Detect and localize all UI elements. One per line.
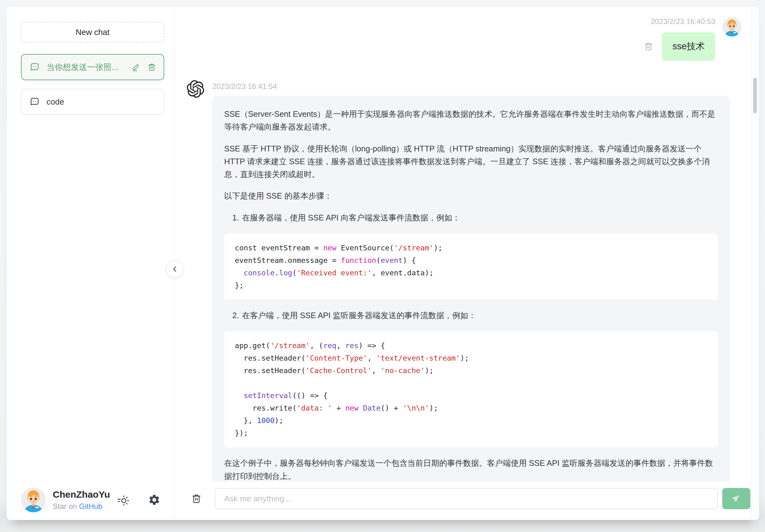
chat-list-item[interactable]: code <box>21 89 164 115</box>
chat-bubble-icon <box>30 97 40 107</box>
chat-bubble-icon <box>30 62 40 72</box>
user-message-row: 2023/2/23 16:40:53 sse技术 <box>187 17 742 61</box>
code-line: app.get('/stream', (req, res) => { <box>235 339 707 352</box>
code-line <box>235 377 707 389</box>
gear-icon[interactable] <box>148 494 161 506</box>
chevron-left-icon <box>171 265 179 273</box>
pencil-icon[interactable] <box>132 63 141 72</box>
star-on-github: Star on GitHub <box>53 502 110 511</box>
chat-item-title: code <box>47 97 156 107</box>
new-chat-button[interactable]: New chat <box>21 22 164 42</box>
list-item: 1.在服务器端，使用 SSE API 向客户端发送事件流数据，例如： <box>224 211 718 224</box>
app-window: New chat 当你想发送一张照... <box>6 6 759 520</box>
code-line: eventStream.onmessage = function(event) … <box>235 254 707 266</box>
paper-plane-icon <box>731 493 742 504</box>
code-block: app.get('/stream', (req, res) => { res.s… <box>224 331 718 447</box>
assistant-message-row: 2023/2/23 16:41:54 SSE（Server-Sent Event… <box>187 79 742 482</box>
github-link[interactable]: GitHub <box>79 502 102 510</box>
code-line: }); <box>235 427 707 439</box>
chat-input[interactable] <box>215 488 718 509</box>
code-block: const eventStream = new EventSource('/st… <box>224 234 718 300</box>
user-name: ChenZhaoYu <box>53 489 110 500</box>
chat-main: 2023/2/23 16:40:53 sse技术 <box>175 7 759 520</box>
user-avatar <box>722 17 742 37</box>
assistant-message-content: SSE（Server-Sent Events）是一种用于实现服务器向客户端推送数… <box>224 108 718 482</box>
sidebar-footer: ChenZhaoYu Star on GitHub <box>7 483 175 520</box>
assistant-message-bubble: SSE（Server-Sent Events）是一种用于实现服务器向客户端推送数… <box>212 96 730 482</box>
clear-conversation-trash-icon[interactable] <box>191 493 202 504</box>
code-line: console.log('Received event:', event.dat… <box>235 266 707 279</box>
openai-logo-icon <box>187 80 204 98</box>
scrollbar-thumb[interactable] <box>753 78 757 113</box>
trash-icon[interactable] <box>644 42 653 51</box>
assistant-message-timestamp: 2023/2/23 16:41:54 <box>212 82 742 91</box>
sidebar-collapse-button[interactable] <box>166 261 184 278</box>
send-button[interactable] <box>722 488 750 509</box>
message-paragraph: SSE（Server-Sent Events）是一种用于实现服务器向客户端推送数… <box>224 108 718 134</box>
trash-icon[interactable] <box>147 63 156 72</box>
chat-item-title: 当你想发送一张照... <box>47 62 125 73</box>
message-paragraph: 在这个例子中，服务器每秒钟向客户端发送一个包含当前日期的事件数据。客户端使用 S… <box>224 457 718 482</box>
message-paragraph: 以下是使用 SSE 的基本步骤： <box>224 190 718 202</box>
code-line: res.setHeader('Cache-Control', 'no-cache… <box>235 364 707 377</box>
chat-message-area: 2023/2/23 16:40:53 sse技术 <box>175 7 751 482</box>
code-line: const eventStream = new EventSource('/st… <box>235 242 707 254</box>
user-message-timestamp: 2023/2/23 16:40:53 <box>651 17 715 26</box>
scrollbar-track[interactable] <box>751 7 759 520</box>
code-line: res.setHeader('Content-Type', 'text/even… <box>235 352 707 364</box>
list-item: 2.在客户端，使用 SSE API 监听服务器端发送的事件流数据，例如： <box>224 309 718 322</box>
message-paragraph: SSE 基于 HTTP 协议，使用长轮询（long-polling）或 HTTP… <box>224 142 718 181</box>
code-line: }; <box>235 279 707 291</box>
sidebar: New chat 当你想发送一张照... <box>7 7 175 520</box>
chat-footer-bar <box>175 482 751 520</box>
user-message-bubble: sse技术 <box>662 32 715 61</box>
code-line: res.write('data: ' + new Date() + '\n\n'… <box>235 402 707 414</box>
code-line: }, 1000); <box>235 414 707 427</box>
code-line: setInterval(() => { <box>235 389 707 402</box>
theme-sun-icon[interactable] <box>117 494 129 506</box>
chat-list-item-active[interactable]: 当你想发送一张照... <box>21 54 164 80</box>
chat-list: 当你想发送一张照... code <box>21 54 164 115</box>
user-avatar <box>21 487 46 512</box>
